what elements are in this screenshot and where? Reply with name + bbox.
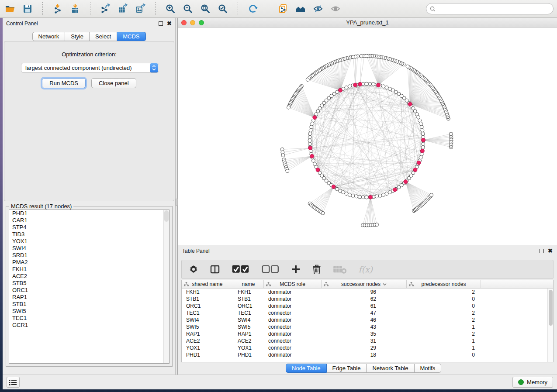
- mcds-result-list[interactable]: PHD1CAR1STP4TID3YOX1SWI4SRD1PMA2FKH1ACE2…: [9, 210, 170, 364]
- cell-shared-name[interactable]: PHD1: [182, 351, 233, 358]
- mcds-node-item[interactable]: STB5: [9, 280, 169, 287]
- cell-shared-name[interactable]: RAP1: [182, 330, 233, 337]
- column-header-successor-nodes[interactable]: successor nodes: [322, 280, 407, 288]
- table-scrollbar[interactable]: [547, 289, 553, 362]
- cell-predecessor-nodes[interactable]: 1: [407, 337, 481, 344]
- export-image-icon[interactable]: [134, 3, 147, 15]
- cell-shared-name[interactable]: SWI4: [182, 316, 233, 323]
- import-network-icon[interactable]: [51, 3, 64, 15]
- run-mcds-button[interactable]: Run MCDS: [42, 78, 86, 88]
- cell-successor-nodes[interactable]: 62: [322, 296, 407, 303]
- search-box[interactable]: [426, 3, 554, 14]
- first-neighbors-icon[interactable]: [294, 3, 307, 15]
- open-session-icon[interactable]: [3, 3, 17, 15]
- mcds-node-item[interactable]: YOX1: [9, 238, 169, 245]
- cell-successor-nodes[interactable]: 31: [322, 337, 407, 344]
- new-network-from-selection-icon[interactable]: [277, 3, 290, 15]
- table-tab-edge-table[interactable]: Edge Table: [327, 364, 367, 373]
- tab-select[interactable]: Select: [90, 32, 117, 41]
- column-header-MCDS-role[interactable]: MCDS role: [264, 280, 322, 288]
- mcds-node-item[interactable]: ORC1: [9, 287, 169, 294]
- mcds-list-scrollbar[interactable]: [163, 210, 169, 363]
- column-header-predecessor-nodes[interactable]: predecessor nodes: [407, 280, 481, 288]
- optimization-criterion-select[interactable]: largest connected component (undirected): [21, 63, 159, 73]
- cell-name[interactable]: FKH1: [233, 289, 264, 296]
- cell-shared-name[interactable]: TEC1: [182, 309, 233, 316]
- close-table-panel-icon[interactable]: ✖: [548, 249, 553, 253]
- table-row[interactable]: SWI4SWI4dominator462: [182, 316, 553, 323]
- cell-MCDS-role[interactable]: dominator: [264, 316, 322, 323]
- cell-MCDS-role[interactable]: dominator: [264, 296, 322, 303]
- cell-successor-nodes[interactable]: 35: [322, 330, 407, 337]
- tab-mcds[interactable]: MCDS: [117, 32, 145, 41]
- memory-button[interactable]: Memory: [512, 377, 553, 388]
- import-table-icon[interactable]: [69, 3, 82, 15]
- table-row[interactable]: ACE2ACE2connector311: [182, 337, 553, 344]
- zoom-out-icon[interactable]: [181, 3, 194, 15]
- network-graph[interactable]: [178, 28, 557, 245]
- table-row[interactable]: TEC1TEC1connector472: [182, 309, 553, 316]
- cell-MCDS-role[interactable]: connector: [264, 323, 322, 330]
- mcds-node-item[interactable]: PMA2: [9, 259, 169, 266]
- cell-shared-name[interactable]: SWI5: [182, 323, 233, 330]
- table-row[interactable]: ORC1ORC1dominator610: [182, 303, 553, 309]
- add-column-icon[interactable]: [291, 263, 301, 276]
- zoom-selected-icon[interactable]: [216, 3, 229, 15]
- cell-name[interactable]: TEC1: [233, 309, 264, 316]
- zoom-in-icon[interactable]: [164, 3, 177, 15]
- mcds-node-item[interactable]: RAP1: [9, 294, 169, 301]
- cell-shared-name[interactable]: FKH1: [182, 289, 233, 296]
- table-row[interactable]: RAP1RAP1dominator352: [182, 330, 553, 337]
- mcds-node-item[interactable]: ACE2: [9, 273, 169, 280]
- cell-name[interactable]: YOX1: [233, 344, 264, 351]
- cell-name[interactable]: SWI5: [233, 323, 264, 330]
- delete-column-icon[interactable]: [312, 263, 321, 276]
- float-panel-icon[interactable]: [159, 21, 163, 26]
- search-input[interactable]: [438, 6, 550, 12]
- mcds-node-item[interactable]: PHD1: [9, 210, 169, 217]
- mcds-node-item[interactable]: CAR1: [9, 217, 169, 224]
- cell-name[interactable]: ACE2: [233, 337, 264, 344]
- tab-network[interactable]: Network: [32, 32, 65, 41]
- cell-successor-nodes[interactable]: 18: [322, 351, 407, 358]
- table-row[interactable]: STB1STB1dominator620: [182, 296, 553, 303]
- mcds-node-item[interactable]: SWI5: [9, 308, 169, 315]
- cell-predecessor-nodes[interactable]: 0: [407, 351, 481, 358]
- deselect-all-rows-icon[interactable]: [261, 263, 279, 276]
- cell-predecessor-nodes[interactable]: 0: [407, 303, 481, 309]
- mcds-node-item[interactable]: TEC1: [9, 315, 169, 322]
- cell-MCDS-role[interactable]: connector: [264, 309, 322, 316]
- table-row[interactable]: SWI5SWI5connector431: [182, 323, 553, 330]
- column-header-name[interactable]: name: [233, 280, 264, 288]
- column-header-shared-name[interactable]: shared name: [182, 280, 233, 288]
- mcds-node-item[interactable]: STB1: [9, 301, 169, 308]
- hide-selected-icon[interactable]: [311, 3, 325, 15]
- table-settings-icon[interactable]: [189, 263, 198, 276]
- cell-MCDS-role[interactable]: connector: [264, 344, 322, 351]
- cell-MCDS-role[interactable]: dominator: [264, 330, 322, 337]
- export-table-icon[interactable]: [116, 3, 129, 15]
- mcds-node-item[interactable]: GCR1: [9, 322, 169, 329]
- export-network-icon[interactable]: [99, 3, 112, 15]
- zoom-fit-icon[interactable]: [199, 3, 212, 15]
- close-panel-button[interactable]: Close panel: [91, 78, 136, 88]
- mcds-node-item[interactable]: TID3: [9, 231, 169, 238]
- cell-successor-nodes[interactable]: 29: [322, 344, 407, 351]
- cell-predecessor-nodes[interactable]: 2: [407, 309, 481, 316]
- cell-successor-nodes[interactable]: 61: [322, 303, 407, 309]
- cell-MCDS-role[interactable]: dominator: [264, 289, 322, 296]
- cell-shared-name[interactable]: STB1: [182, 296, 233, 303]
- mcds-node-item[interactable]: STP4: [9, 224, 169, 231]
- cell-name[interactable]: STB1: [233, 296, 264, 303]
- cell-predecessor-nodes[interactable]: 2: [407, 330, 481, 337]
- cell-name[interactable]: SWI4: [233, 316, 264, 323]
- select-all-rows-icon[interactable]: [232, 263, 249, 276]
- network-window-titlebar[interactable]: YPA_prune.txt_1: [178, 18, 557, 28]
- cell-successor-nodes[interactable]: 96: [322, 289, 407, 296]
- cell-predecessor-nodes[interactable]: 1: [407, 344, 481, 351]
- mcds-node-item[interactable]: SRD1: [9, 252, 169, 259]
- cell-name[interactable]: RAP1: [233, 330, 264, 337]
- cell-successor-nodes[interactable]: 46: [322, 316, 407, 323]
- cell-MCDS-role[interactable]: connector: [264, 337, 322, 344]
- apply-layout-icon[interactable]: [246, 3, 259, 15]
